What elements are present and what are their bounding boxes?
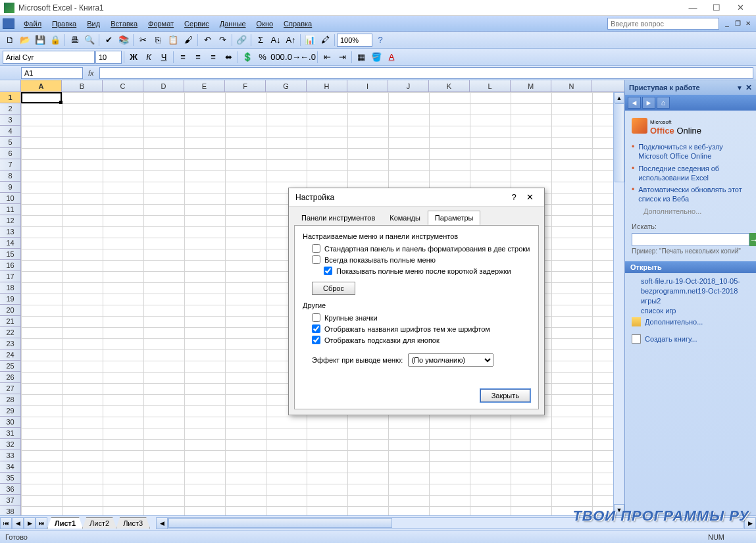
system-menu-icon[interactable] [3,18,14,29]
active-cell[interactable] [21,92,62,103]
checkbox-tooltips[interactable]: Отображать подсказки для кнопок [312,336,530,344]
font-name-combo[interactable] [3,51,95,64]
row-header[interactable]: 9 [0,182,20,193]
tab-first-icon[interactable]: ⏮ [0,517,12,529]
close-button[interactable]: ✕ [728,1,752,15]
row-header[interactable]: 36 [0,484,20,495]
permission-icon[interactable]: 🔒 [48,33,63,47]
row-header[interactable]: 26 [0,372,20,383]
tab-last-icon[interactable]: ⏭ [36,517,47,529]
scroll-thumb-horizontal[interactable] [168,518,392,528]
row-header[interactable]: 15 [0,249,20,260]
column-header[interactable]: K [429,80,470,91]
open-icon[interactable]: 📂 [18,33,32,47]
menu-tools[interactable]: Сервис [179,18,214,29]
dialog-close-icon[interactable]: ✕ [522,191,538,204]
checkbox-full-menus[interactable]: Всегда показывать полные меню [312,255,530,264]
row-header[interactable]: 2 [0,103,20,115]
column-header[interactable]: H [307,80,347,91]
row-header[interactable]: 8 [0,170,20,182]
menu-format[interactable]: Формат [143,18,179,29]
spelling-icon[interactable]: ✔ [101,33,116,47]
recent-file[interactable]: игры2 [641,297,749,305]
tab-prev-icon[interactable]: ◀ [12,517,24,529]
row-header[interactable]: 31 [0,428,20,439]
font-color-icon[interactable]: A [384,50,399,65]
row-header[interactable]: 33 [0,450,20,461]
mdi-close-button[interactable]: ✕ [743,19,753,28]
taskpane-dropdown-icon[interactable]: ▼ [736,84,743,91]
taskpane-link[interactable]: Автоматически обновлять этот список из В… [632,185,749,204]
taskpane-link[interactable]: Последние сведения об использовании Exce… [632,164,749,183]
sort-asc-icon[interactable]: A↓ [268,33,283,47]
row-header[interactable]: 13 [0,226,20,238]
fx-label[interactable]: fx [88,69,94,77]
taskpane-link[interactable]: Подключиться к веб-узлу Microsoft Office… [632,142,749,161]
column-header[interactable]: D [143,80,184,91]
column-header[interactable]: L [470,80,511,91]
font-size-combo[interactable] [95,51,122,64]
row-header[interactable]: 23 [0,338,20,349]
select-all-corner[interactable] [0,80,21,91]
print-icon[interactable]: 🖶 [67,33,82,47]
scroll-up-icon[interactable]: ▲ [614,92,624,103]
dialog-tab-options[interactable]: Параметры [428,211,481,225]
menu-file[interactable]: Файл [18,18,47,29]
percent-icon[interactable]: % [255,50,270,65]
currency-icon[interactable]: 💲 [240,50,255,65]
column-header[interactable]: N [551,80,592,91]
taskpane-close-icon[interactable]: ✕ [745,83,752,92]
row-header[interactable]: 35 [0,473,20,484]
column-header[interactable]: M [511,80,551,91]
scroll-right-icon[interactable]: ▶ [744,517,756,529]
paste-icon[interactable]: 📋 [166,33,180,47]
sheet-tab[interactable]: Лист3 [116,517,150,529]
menu-edit[interactable]: Правка [47,18,82,29]
sort-desc-icon[interactable]: A↑ [284,33,298,47]
hyperlink-icon[interactable]: 🔗 [234,33,249,47]
row-header[interactable]: 30 [0,417,20,428]
column-header[interactable]: B [62,80,103,91]
row-header[interactable]: 10 [0,193,20,204]
increase-indent-icon[interactable]: ⇥ [335,50,349,65]
minimize-button[interactable]: — [681,1,705,15]
menu-animation-select[interactable]: (По умолчанию) [408,353,493,367]
row-header[interactable]: 18 [0,282,20,294]
cut-icon[interactable]: ✂ [136,33,150,47]
align-center-icon[interactable]: ≡ [191,50,205,65]
taskpane-more-link[interactable]: Дополнительно... [640,207,749,216]
column-header[interactable]: G [266,80,307,91]
sheet-tab[interactable]: Лист2 [82,517,116,529]
save-icon[interactable]: 💾 [33,33,47,47]
recent-file[interactable]: список игр [641,307,749,315]
dialog-tab-commands[interactable]: Команды [382,211,428,225]
dialog-help-icon[interactable]: ? [506,191,522,204]
print-preview-icon[interactable]: 🔍 [82,33,97,47]
borders-icon[interactable]: ▦ [354,50,368,65]
taskpane-home-icon[interactable]: ⌂ [657,97,670,109]
drawing-icon[interactable]: 🖍 [318,33,332,47]
horizontal-scrollbar[interactable]: ◀ ▶ [156,517,756,529]
row-header[interactable]: 12 [0,215,20,226]
row-header[interactable]: 5 [0,137,20,148]
taskpane-forward-icon[interactable]: ► [642,97,655,109]
dialog-tab-toolbars[interactable]: Панели инструментов [294,211,382,225]
row-header[interactable]: 14 [0,238,20,249]
maximize-button[interactable]: ☐ [705,1,728,15]
mdi-restore-button[interactable]: ❐ [732,19,743,28]
increase-decimal-icon[interactable]: .0→ [286,50,300,65]
row-header[interactable]: 37 [0,495,20,506]
menu-help[interactable]: Справка [278,18,317,29]
sheet-tab[interactable]: Лист1 [47,517,83,529]
row-header[interactable]: 1 [0,92,20,103]
checkbox-large-icons[interactable]: Крупные значки [312,313,530,322]
row-header[interactable]: 29 [0,405,20,417]
row-header[interactable]: 21 [0,316,20,327]
row-header[interactable]: 19 [0,294,20,305]
row-header[interactable]: 28 [0,394,20,405]
column-header[interactable]: C [103,80,143,91]
row-header[interactable]: 20 [0,305,20,316]
menu-data[interactable]: Данные [214,18,251,29]
undo-icon[interactable]: ↶ [200,33,214,47]
checkbox-font-names[interactable]: Отображать названия шрифтов тем же шрифт… [312,324,530,333]
